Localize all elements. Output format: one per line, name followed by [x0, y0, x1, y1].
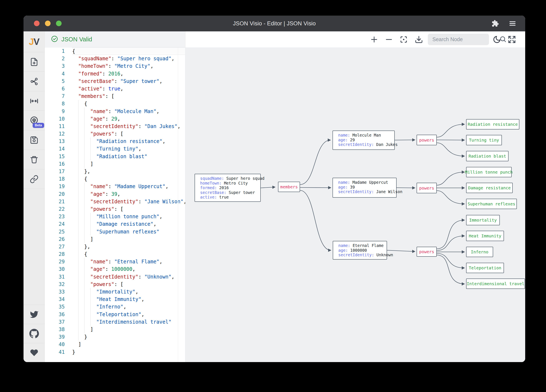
sidebar-item-delete[interactable]: [24, 150, 45, 169]
minimize-window-button[interactable]: [45, 21, 51, 26]
code-line[interactable]: 18 {: [45, 175, 185, 183]
code-text[interactable]: },: [72, 243, 185, 250]
graph-node-l10[interactable]: Teleportation: [466, 263, 504, 273]
sidebar-item-graph-view[interactable]: [24, 72, 45, 91]
code-text[interactable]: }: [72, 333, 185, 341]
code-line[interactable]: 4 "formed": 2016,: [45, 70, 185, 77]
code-line[interactable]: 15 "Radiation blast": [45, 153, 185, 160]
code-line[interactable]: 37 "Interdimensional travel": [45, 318, 185, 326]
code-text[interactable]: "Superhuman reflexes": [72, 228, 185, 235]
sidebar-item-sponsor[interactable]: [24, 343, 45, 362]
graph-node-l2[interactable]: Turning tiny: [466, 135, 502, 145]
code-text[interactable]: "squadName": "Super hero squad",: [72, 55, 185, 62]
code-text[interactable]: ]: [72, 326, 185, 333]
code-text[interactable]: "powers": [: [72, 205, 185, 213]
code-text[interactable]: {: [72, 100, 185, 107]
close-window-button[interactable]: [34, 21, 39, 26]
graph-node-l4[interactable]: Million tonne punch: [466, 167, 512, 177]
code-line[interactable]: 28 {: [45, 250, 185, 258]
graph-node-m1[interactable]: nameMolecule Manage29secretIdentityDan J…: [332, 131, 395, 150]
code-text[interactable]: "powers": [: [72, 281, 185, 288]
code-line[interactable]: 24 "Damage resistance",: [45, 220, 185, 228]
code-line[interactable]: 27 },: [45, 243, 185, 250]
code-line[interactable]: 38 ]: [45, 326, 185, 333]
graph-node-l11[interactable]: Interdimensional travel: [466, 278, 525, 289]
code-line[interactable]: 25 "Superhuman reflexes": [45, 228, 185, 235]
code-line[interactable]: 19 "name": "Madame Uppercut",: [45, 183, 185, 190]
code-text[interactable]: "powers": [: [72, 130, 185, 138]
json-code-editor[interactable]: 1{2 "squadName": "Super hero squad",3 "h…: [45, 47, 185, 362]
code-line[interactable]: 3 "homeTown": "Metro City",: [45, 62, 185, 70]
code-text[interactable]: "age": 29,: [72, 115, 185, 123]
code-line[interactable]: 12 "powers": [: [45, 130, 185, 138]
code-line[interactable]: 14 "Turning tiny",: [45, 145, 185, 152]
graph-node-l9[interactable]: Inferno: [466, 247, 493, 257]
code-text[interactable]: "name": "Madame Uppercut",: [72, 183, 185, 190]
code-line[interactable]: 8 {: [45, 100, 185, 107]
code-text[interactable]: {: [72, 250, 185, 258]
code-text[interactable]: "secretIdentity": "Dan Jukes",: [72, 123, 185, 130]
code-line[interactable]: 41}: [45, 348, 185, 356]
code-text[interactable]: "homeTown": "Metro City",: [72, 62, 185, 70]
code-text[interactable]: "Damage resistance",: [72, 220, 185, 228]
code-text[interactable]: "Interdimensional travel": [72, 318, 185, 326]
code-line[interactable]: 13 "Radiation resistance",: [45, 138, 185, 145]
code-text[interactable]: "Million tonne punch",: [72, 213, 185, 220]
code-text[interactable]: ]: [72, 160, 185, 168]
graph-node-p1[interactable]: powers: [416, 135, 437, 145]
code-line[interactable]: 20 "age": 39,: [45, 190, 185, 198]
code-text[interactable]: "secretIdentity": "Jane Wilson",: [72, 198, 185, 205]
code-text[interactable]: "age": 1000000,: [72, 266, 185, 273]
code-line[interactable]: 7 "members": [: [45, 93, 185, 100]
code-text[interactable]: ]: [72, 235, 185, 243]
sidebar-item-twitter[interactable]: [24, 305, 45, 324]
code-text[interactable]: "Immortality",: [72, 288, 185, 296]
code-text[interactable]: {: [72, 47, 185, 55]
code-text[interactable]: "name": "Molecule Man",: [72, 108, 185, 115]
code-text[interactable]: "Inferno",: [72, 303, 185, 310]
code-line[interactable]: 33 "Immortality",: [45, 288, 185, 296]
center-focus-button[interactable]: [399, 35, 409, 44]
code-line[interactable]: 26 ]: [45, 235, 185, 243]
code-line[interactable]: 17 },: [45, 168, 185, 175]
sidebar-item-save[interactable]: [24, 130, 45, 150]
app-logo[interactable]: JV: [24, 32, 45, 52]
graph-node-l8[interactable]: Heat Immunity: [466, 231, 504, 241]
code-line[interactable]: 40 ]: [45, 341, 185, 348]
graph-canvas[interactable]: squadNameSuper hero squadhomeTownMetro C…: [185, 32, 525, 362]
graph-node-m2[interactable]: nameMadame Uppercutage39secretIdentityJa…: [332, 178, 396, 198]
graph-node-l6[interactable]: Superhuman reflexes: [466, 199, 517, 209]
code-text[interactable]: "secretBase": "Super tower",: [72, 77, 185, 85]
code-line[interactable]: 10 "age": 29,: [45, 115, 185, 123]
code-line[interactable]: 22 "powers": [: [45, 205, 185, 213]
code-line[interactable]: 5 "secretBase": "Super tower",: [45, 77, 185, 85]
sidebar-item-new-document[interactable]: [24, 52, 45, 72]
code-line[interactable]: 34 "Heat Immunity",: [45, 296, 185, 303]
graph-node-l5[interactable]: Damage resistance: [466, 183, 513, 193]
graph-node-m3[interactable]: nameEternal Flameage1000000secretIdentit…: [333, 241, 387, 259]
code-text[interactable]: "Radiation blast": [72, 153, 185, 160]
code-line[interactable]: 9 "name": "Molecule Man",: [45, 108, 185, 115]
graph-node-l1[interactable]: Radiation resistance: [466, 119, 519, 129]
editor-scrollbar[interactable]: [178, 47, 178, 362]
code-line[interactable]: 30 "age": 1000000,: [45, 266, 185, 273]
code-line[interactable]: 2 "squadName": "Super hero squad",: [45, 55, 185, 62]
code-text[interactable]: "Heat Immunity",: [72, 296, 185, 303]
code-text[interactable]: "Turning tiny",: [72, 145, 185, 152]
code-text[interactable]: }: [72, 348, 185, 356]
graph-node-root[interactable]: squadNameSuper hero squadhomeTownMetro C…: [195, 174, 261, 202]
graph-node-p3[interactable]: powers: [416, 247, 437, 257]
code-text[interactable]: "Teleportation",: [72, 311, 185, 318]
code-line[interactable]: 21 "secretIdentity": "Jane Wilson",: [45, 198, 185, 205]
code-text[interactable]: ]: [72, 341, 185, 348]
code-line[interactable]: 35 "Inferno",: [45, 303, 185, 310]
sidebar-item-live-transform[interactable]: Beta: [24, 111, 45, 130]
sidebar-item-github[interactable]: [24, 324, 45, 343]
zoom-in-button[interactable]: [369, 35, 379, 44]
zoom-out-button[interactable]: [384, 35, 394, 44]
code-text[interactable]: "formed": 2016,: [72, 70, 185, 77]
code-line[interactable]: 1{: [45, 47, 185, 55]
code-text[interactable]: "Radiation resistance",: [72, 138, 185, 145]
code-line[interactable]: 29 "name": "Eternal Flame",: [45, 258, 185, 266]
code-line[interactable]: 6 "active": true,: [45, 85, 185, 93]
